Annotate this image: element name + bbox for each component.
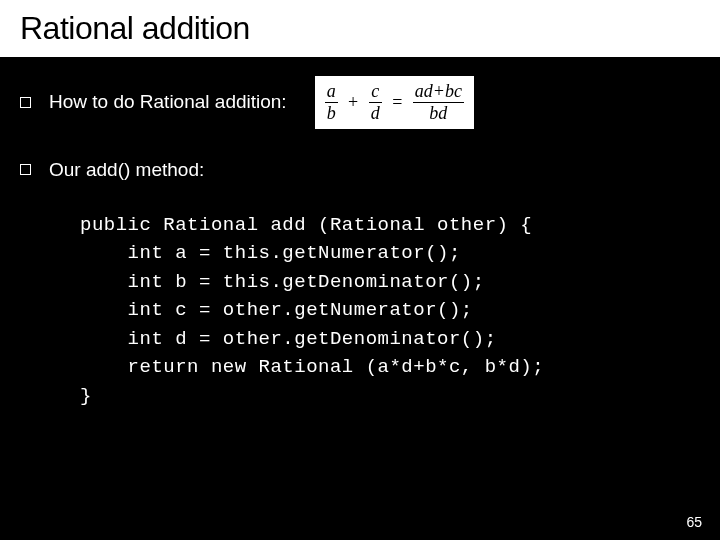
bullet-1-text: How to do Rational addition:: [49, 91, 287, 113]
numerator: c: [369, 82, 381, 101]
rational-addition-formula: a b + c d = ad+bc bd: [315, 76, 474, 129]
plus-sign: +: [342, 92, 364, 113]
denominator: b: [325, 104, 338, 123]
fraction-a-over-b: a b: [325, 82, 338, 123]
denominator: d: [369, 104, 382, 123]
bullet-2: Our add() method:: [20, 159, 700, 181]
numerator: a: [325, 82, 338, 101]
denominator: bd: [427, 104, 449, 123]
code-line: int a = this.getNumerator();: [80, 242, 461, 264]
code-line: int d = other.getDenominator();: [80, 328, 497, 350]
code-line: int c = other.getNumerator();: [80, 299, 473, 321]
numerator: ad+bc: [413, 82, 464, 101]
fraction-result: ad+bc bd: [413, 82, 464, 123]
code-line: public Rational add (Rational other) {: [80, 214, 532, 236]
bullet-1: How to do Rational addition: a b + c d =…: [20, 76, 700, 129]
bullet-marker-icon: [20, 97, 31, 108]
bullet-2-text: Our add() method:: [49, 159, 204, 181]
code-line: return new Rational (a*d+b*c, b*d);: [80, 356, 544, 378]
fraction-c-over-d: c d: [369, 82, 382, 123]
code-line: }: [80, 385, 92, 407]
page-number: 65: [686, 514, 702, 530]
code-line: int b = this.getDenominator();: [80, 271, 485, 293]
slide-title: Rational addition: [20, 10, 700, 47]
slide-content: How to do Rational addition: a b + c d =…: [0, 58, 720, 410]
slide: Rational addition How to do Rational add…: [0, 0, 720, 540]
bullet-marker-icon: [20, 164, 31, 175]
code-block: public Rational add (Rational other) { i…: [80, 211, 700, 411]
equals-sign: =: [386, 92, 408, 113]
title-bar: Rational addition: [0, 0, 720, 58]
